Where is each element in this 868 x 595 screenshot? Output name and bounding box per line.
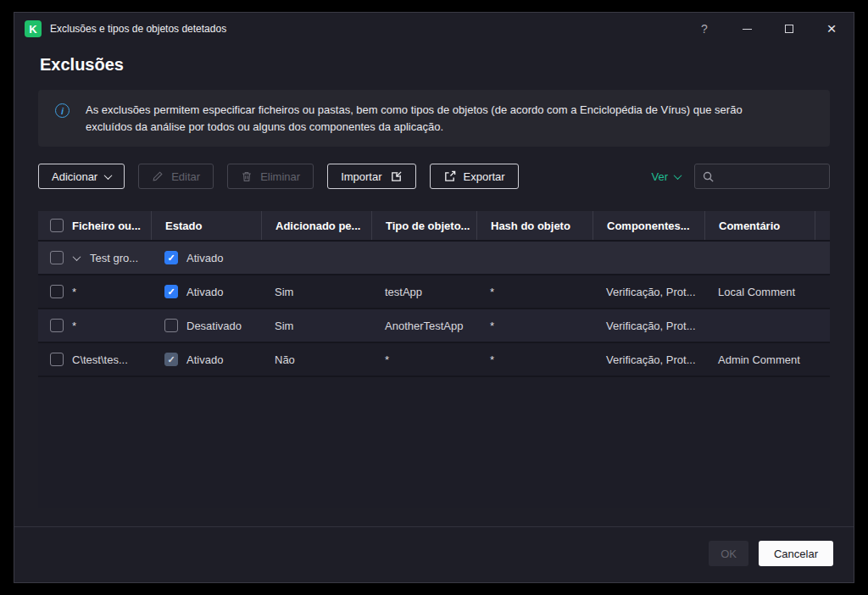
- page-title: Exclusões: [40, 55, 828, 75]
- status-label: Desativado: [186, 320, 242, 332]
- scrollbar-track[interactable]: [815, 211, 830, 240]
- header-status-column: Estado: [151, 211, 261, 240]
- column-header: Componentes...: [607, 220, 690, 232]
- ok-button[interactable]: OK: [709, 541, 748, 566]
- status-checkbox[interactable]: [164, 353, 178, 366]
- added-cell: Sim: [261, 275, 371, 308]
- chevron-down-icon[interactable]: [73, 253, 81, 261]
- titlebar: K Exclusões e tipos de objetos detetados…: [14, 13, 854, 45]
- help-button[interactable]: ?: [698, 22, 711, 36]
- select-all-checkbox[interactable]: [50, 219, 64, 232]
- status-checkbox[interactable]: [164, 285, 178, 298]
- status-label: Ativado: [186, 252, 223, 264]
- header-objecttype-column: Tipo de objeto...: [371, 211, 476, 240]
- search-input[interactable]: [721, 170, 822, 183]
- chevron-down-icon: [104, 171, 113, 180]
- objecttype-cell: AnotherTestApp: [371, 309, 476, 342]
- chevron-down-icon: [674, 171, 682, 180]
- row-checkbox[interactable]: [50, 319, 64, 332]
- row-checkbox[interactable]: [50, 285, 64, 298]
- components-cell: Verificação, Prot...: [593, 275, 704, 308]
- column-header: Hash do objeto: [491, 220, 570, 232]
- row-checkbox[interactable]: [50, 353, 64, 366]
- import-icon: [390, 170, 403, 183]
- column-header: Tipo de objeto...: [386, 220, 470, 232]
- row-checkbox[interactable]: [50, 251, 64, 264]
- search-icon: [702, 170, 715, 183]
- import-button-label: Importar: [341, 170, 381, 183]
- status-checkbox[interactable]: [164, 319, 178, 332]
- group-status-cell: Ativado: [151, 242, 261, 274]
- hash-cell: *: [476, 309, 593, 342]
- add-button[interactable]: Adicionar: [38, 164, 125, 189]
- header-added-column: Adicionado pe...: [261, 211, 371, 240]
- file-cell: *: [38, 275, 151, 308]
- app-window: K Exclusões e tipos de objetos detetados…: [14, 12, 854, 583]
- added-cell: Não: [261, 343, 371, 375]
- edit-button[interactable]: Editar: [138, 164, 214, 189]
- comment-cell: [704, 309, 815, 342]
- toolbar: Adicionar Editar Eliminar Importar Ex: [38, 164, 830, 189]
- column-header: Adicionado pe...: [275, 220, 360, 232]
- footer: OK Cancelar: [14, 526, 854, 582]
- cancel-button[interactable]: Cancelar: [759, 541, 833, 566]
- export-button[interactable]: Exportar: [430, 164, 519, 189]
- file-value: *: [72, 320, 76, 332]
- column-header: Comentário: [719, 220, 780, 232]
- delete-button[interactable]: Eliminar: [227, 164, 314, 189]
- info-icon: i: [55, 103, 70, 118]
- table-row[interactable]: * Desativado Sim AnotherTestApp * Verifi…: [38, 308, 830, 342]
- status-checkbox[interactable]: [164, 251, 178, 264]
- objecttype-cell: testApp: [371, 275, 476, 308]
- export-button-label: Exportar: [464, 170, 505, 183]
- search-box[interactable]: [694, 164, 830, 189]
- view-dropdown-label: Ver: [651, 170, 668, 183]
- info-banner-text: As exclusões permitem especificar fichei…: [86, 102, 789, 135]
- file-cell: *: [38, 309, 151, 342]
- hash-cell: *: [476, 343, 593, 375]
- components-cell: Verificação, Prot...: [593, 343, 704, 375]
- status-cell: Ativado: [151, 275, 261, 308]
- table-row[interactable]: * Ativado Sim testApp * Verificação, Pro…: [38, 274, 830, 308]
- info-banner: i As exclusões permitem especificar fich…: [38, 90, 830, 147]
- export-icon: [443, 170, 456, 183]
- group-name: Test gro...: [90, 252, 138, 264]
- added-cell: Sim: [261, 309, 371, 342]
- status-cell: Ativado: [151, 343, 261, 375]
- delete-button-label: Eliminar: [260, 170, 300, 183]
- objecttype-cell: *: [371, 343, 476, 375]
- close-button[interactable]: ×: [825, 22, 838, 36]
- comment-cell: Local Comment: [704, 275, 815, 308]
- group-row[interactable]: Test gro... Ativado: [38, 240, 830, 274]
- kaspersky-logo-icon: K: [25, 20, 42, 37]
- file-cell: C\test\tes...: [38, 343, 151, 375]
- minimize-button[interactable]: [740, 22, 754, 36]
- pencil-icon: [152, 170, 164, 182]
- view-dropdown[interactable]: Ver: [651, 170, 681, 183]
- add-button-label: Adicionar: [52, 170, 97, 183]
- table-row[interactable]: C\test\tes... Ativado Não * * Verificaçã…: [38, 342, 830, 375]
- status-cell: Desativado: [151, 309, 261, 342]
- status-label: Ativado: [186, 353, 223, 366]
- exclusions-table: Ficheiro ou... Estado Adicionado pe... T…: [38, 211, 830, 508]
- comment-cell: Admin Comment: [704, 343, 815, 375]
- header-hash-column: Hash do objeto: [476, 211, 593, 240]
- header-components-column: Componentes...: [593, 211, 704, 240]
- header-file-column: Ficheiro ou...: [38, 211, 151, 240]
- minimize-icon: [743, 29, 752, 30]
- column-header: Ficheiro ou...: [72, 220, 141, 232]
- hash-cell: *: [476, 275, 593, 308]
- status-label: Ativado: [186, 286, 223, 298]
- maximize-button[interactable]: [782, 22, 796, 36]
- maximize-icon: [785, 25, 793, 33]
- edit-button-label: Editar: [171, 170, 200, 183]
- trash-icon: [241, 170, 253, 183]
- header-comment-column: Comentário: [704, 211, 815, 240]
- table-empty-area: [38, 375, 830, 508]
- table-header: Ficheiro ou... Estado Adicionado pe... T…: [38, 211, 830, 240]
- file-value: C\test\tes...: [72, 353, 128, 366]
- window-controls: ? ×: [698, 22, 838, 36]
- file-value: *: [72, 286, 76, 298]
- import-button[interactable]: Importar: [327, 164, 415, 189]
- group-name-cell: Test gro...: [38, 242, 151, 274]
